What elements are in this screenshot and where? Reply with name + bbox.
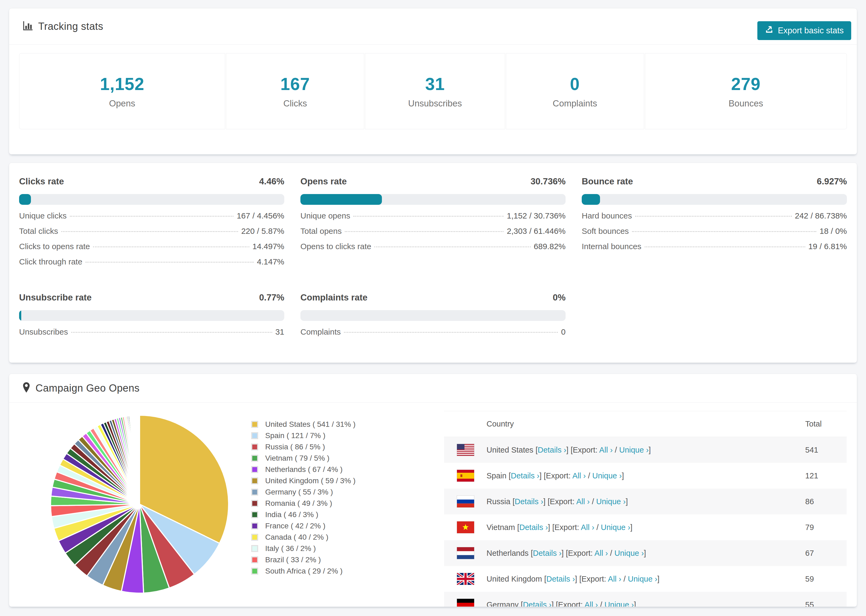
flag-icon-vn bbox=[457, 522, 474, 533]
country-name: Spain bbox=[487, 471, 506, 480]
total-cell: 79 bbox=[805, 523, 847, 532]
rate-value: 0.77% bbox=[259, 292, 284, 303]
rate-detail-row: Clicks to opens rate14.497% bbox=[19, 242, 284, 257]
flag-icon-nl bbox=[457, 547, 474, 559]
stat-label: Clicks bbox=[283, 98, 307, 108]
flag-icon-us bbox=[457, 444, 474, 456]
rate-detail-label: Hard bounces bbox=[582, 211, 632, 220]
details-link[interactable]: Details › bbox=[533, 549, 562, 558]
export-unique-link[interactable]: Unique › bbox=[592, 471, 622, 480]
total-cell: 59 bbox=[805, 575, 847, 583]
campaign-geo-opens-card: Campaign Geo Opens United States ( 541 /… bbox=[9, 374, 857, 607]
rate-detail-label: Click through rate bbox=[19, 257, 82, 266]
legend-label: Russia ( 86 / 5% ) bbox=[265, 443, 325, 451]
legend-item-germany[interactable]: Germany ( 55 / 3% ) bbox=[251, 486, 356, 498]
table-row-vn: Vietnam [Details ›] [Export: All › / Uni… bbox=[444, 514, 847, 540]
stat-value: 31 bbox=[425, 74, 445, 94]
legend-item-vietnam[interactable]: Vietnam ( 79 / 5% ) bbox=[251, 453, 356, 464]
details-link[interactable]: Details › bbox=[511, 471, 539, 480]
geo-header: Campaign Geo Opens bbox=[9, 374, 857, 402]
legend-item-united-kingdom[interactable]: United Kingdom ( 59 / 3% ) bbox=[251, 475, 356, 486]
legend-item-brazil[interactable]: Brazil ( 33 / 2% ) bbox=[251, 554, 356, 566]
dotted-leader bbox=[85, 262, 254, 262]
flag-icon-de bbox=[457, 599, 474, 607]
legend-item-south-africa[interactable]: South Africa ( 29 / 2% ) bbox=[251, 566, 356, 577]
rate-progress-fill bbox=[19, 194, 31, 205]
dotted-leader bbox=[345, 231, 504, 232]
export-basic-stats-button[interactable]: Export basic stats bbox=[757, 21, 851, 40]
export-all-link[interactable]: All › bbox=[594, 549, 608, 558]
flag-cell bbox=[444, 547, 487, 559]
rate-detail-value: 689.82% bbox=[534, 242, 565, 251]
export-unique-link[interactable]: Unique › bbox=[596, 497, 626, 506]
legend-item-italy[interactable]: Italy ( 36 / 2% ) bbox=[251, 543, 356, 554]
legend-item-france[interactable]: France ( 42 / 2% ) bbox=[251, 520, 356, 532]
export-unique-link[interactable]: Unique › bbox=[614, 549, 644, 558]
legend-label: Netherlands ( 67 / 4% ) bbox=[265, 465, 343, 474]
rate-detail-label: Unique clicks bbox=[19, 211, 67, 220]
legend-item-spain[interactable]: Spain ( 121 / 7% ) bbox=[251, 430, 356, 441]
export-unique-link[interactable]: Unique › bbox=[628, 575, 657, 583]
legend-label: France ( 42 / 2% ) bbox=[265, 522, 326, 530]
rate-progress-bar bbox=[582, 194, 847, 205]
legend-color-chip bbox=[251, 455, 258, 462]
rate-detail-value: 31 bbox=[276, 327, 284, 336]
stat-label: Unsubscribes bbox=[408, 98, 462, 108]
dotted-leader bbox=[61, 231, 238, 232]
rate-title: Bounce rate bbox=[582, 176, 633, 187]
map-pin-icon bbox=[22, 382, 31, 394]
rate-detail-value: 18 / 0% bbox=[819, 226, 847, 236]
legend-item-russia[interactable]: Russia ( 86 / 5% ) bbox=[251, 441, 356, 453]
stat-value: 0 bbox=[570, 74, 580, 94]
rate-detail-row: Hard bounces242 / 86.738% bbox=[582, 211, 847, 226]
legend-label: Germany ( 55 / 3% ) bbox=[265, 488, 333, 497]
legend-color-chip bbox=[251, 443, 258, 451]
dotted-leader bbox=[635, 216, 792, 217]
legend-item-india[interactable]: India ( 46 / 3% ) bbox=[251, 509, 356, 520]
legend-label: India ( 46 / 3% ) bbox=[265, 511, 318, 519]
export-all-link[interactable]: All › bbox=[608, 575, 621, 583]
country-cell: Netherlands [Details ›] [Export: All › /… bbox=[487, 549, 805, 558]
rate-detail-label: Opens to clicks rate bbox=[301, 242, 371, 251]
export-all-link[interactable]: All › bbox=[599, 446, 612, 454]
flag-cell bbox=[444, 573, 487, 585]
rate-detail-row: Unique opens1,152 / 30.736% bbox=[301, 211, 565, 226]
legend-item-romania[interactable]: Romania ( 49 / 3% ) bbox=[251, 498, 356, 509]
legend-item-canada[interactable]: Canada ( 40 / 2% ) bbox=[251, 532, 356, 543]
rate-progress-fill bbox=[582, 194, 600, 205]
export-all-link[interactable]: All › bbox=[584, 600, 598, 607]
country-name: Russia bbox=[487, 497, 510, 506]
country-cell: United Kingdom [Details ›] [Export: All … bbox=[487, 575, 805, 583]
rate-detail-value: 14.497% bbox=[252, 242, 284, 251]
rate-detail-label: Unsubscribes bbox=[19, 327, 68, 336]
legend-color-chip bbox=[251, 522, 258, 530]
legend-color-chip bbox=[251, 489, 258, 496]
rate-detail-value: 19 / 6.81% bbox=[808, 242, 847, 251]
country-cell: Spain [Details ›] [Export: All › / Uniqu… bbox=[487, 471, 805, 480]
export-all-link[interactable]: All › bbox=[572, 471, 586, 480]
rate-panel-bounce-rate: Bounce rate6.927%Hard bounces242 / 86.73… bbox=[582, 173, 847, 272]
legend-item-netherlands[interactable]: Netherlands ( 67 / 4% ) bbox=[251, 464, 356, 475]
export-all-link[interactable]: All › bbox=[581, 523, 594, 532]
export-unique-link[interactable]: Unique › bbox=[601, 523, 630, 532]
dotted-leader bbox=[645, 247, 805, 247]
rate-progress-bar bbox=[301, 310, 565, 321]
pie-slice-other bbox=[139, 415, 140, 504]
country-cell: Germany [Details ›] [Export: All › / Uni… bbox=[487, 600, 805, 607]
export-unique-link[interactable]: Unique › bbox=[619, 446, 649, 454]
details-link[interactable]: Details › bbox=[546, 575, 575, 583]
details-link[interactable]: Details › bbox=[538, 446, 566, 454]
details-link[interactable]: Details › bbox=[515, 497, 543, 506]
rate-detail-value: 0 bbox=[561, 327, 565, 336]
export-all-link[interactable]: All › bbox=[576, 497, 590, 506]
total-column-header: Total bbox=[805, 420, 847, 428]
export-unique-link[interactable]: Unique › bbox=[604, 600, 634, 607]
rate-value: 30.736% bbox=[531, 176, 565, 187]
rate-detail-value: 1,152 / 30.736% bbox=[507, 211, 565, 220]
legend-color-chip bbox=[251, 511, 258, 518]
pie-legend: United States ( 541 / 31% )Spain ( 121 /… bbox=[251, 419, 356, 577]
tracking-stats-header: Tracking stats Export basic stats bbox=[9, 8, 857, 45]
details-link[interactable]: Details › bbox=[523, 600, 551, 607]
details-link[interactable]: Details › bbox=[519, 523, 548, 532]
legend-item-united-states[interactable]: United States ( 541 / 31% ) bbox=[251, 419, 356, 430]
